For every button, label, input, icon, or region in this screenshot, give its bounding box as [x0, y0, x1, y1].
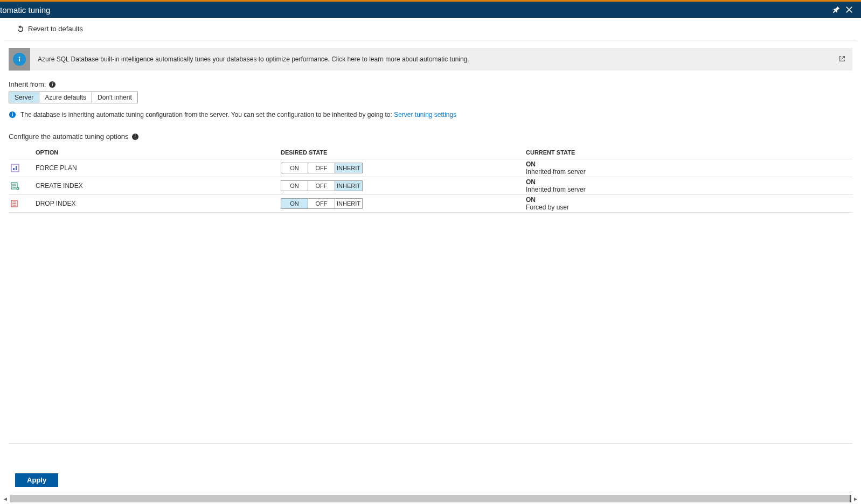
info-icon-box	[9, 48, 30, 71]
state-inherit-button[interactable]: INHERIT	[335, 181, 362, 191]
svg-point-3	[12, 113, 13, 114]
content-area: Azure SQL Database built-in intelligence…	[0, 40, 861, 213]
inherit-from-label-row: Inherit from: i	[9, 80, 852, 88]
state-inherit-button[interactable]: INHERIT	[335, 163, 362, 173]
info-small-icon	[9, 111, 16, 118]
state-off-button[interactable]: OFF	[308, 181, 335, 191]
svg-rect-5	[11, 164, 19, 172]
option-name: FORCE PLAN	[36, 164, 281, 172]
state-off-button[interactable]: OFF	[308, 163, 335, 173]
blade-header: tomatic tuning	[0, 2, 861, 18]
force-plan-icon	[9, 164, 36, 172]
current-state-value: ON	[526, 178, 852, 186]
current-state-detail: Inherited from server	[526, 168, 852, 176]
desired-state-control: ONOFFINHERIT	[281, 163, 526, 173]
desired-state-control: ONOFFINHERIT	[281, 198, 526, 209]
revert-defaults-button[interactable]: Revert to defaults	[13, 23, 86, 36]
info-banner[interactable]: Azure SQL Database built-in intelligence…	[9, 48, 852, 71]
server-tuning-settings-link[interactable]: Server tuning settings	[394, 111, 456, 118]
current-state-detail: Inherited from server	[526, 186, 852, 193]
option-row: CREATE INDEXONOFFINHERITONInherited from…	[9, 177, 852, 194]
inherit-note-text: The database is inheriting automatic tun…	[20, 111, 392, 118]
current-state-cell: ONForced by user	[526, 196, 852, 211]
state-inherit-button[interactable]: INHERIT	[335, 199, 362, 208]
configure-options-label-row: Configure the automatic tuning options i	[9, 132, 852, 141]
inherit-from-segmented: ServerAzure defaultsDon't inherit	[9, 92, 138, 103]
desired-state-control: ONOFFINHERIT	[281, 180, 526, 191]
column-header-current: CURRENT STATE	[526, 149, 852, 156]
state-on-button[interactable]: ON	[281, 163, 308, 173]
help-icon[interactable]: i	[132, 134, 138, 140]
external-link-icon[interactable]	[838, 55, 846, 64]
current-state-value: ON	[526, 160, 852, 168]
inherit-note: The database is inheriting automatic tun…	[9, 111, 852, 118]
create-index-icon	[9, 181, 36, 190]
inherit-from-label: Inherit from:	[9, 80, 46, 88]
svg-point-0	[19, 57, 20, 58]
close-icon[interactable]	[843, 3, 856, 16]
option-row: FORCE PLANONOFFINHERITONInherited from s…	[9, 159, 852, 177]
revert-defaults-label: Revert to defaults	[28, 25, 83, 33]
option-name: DROP INDEX	[36, 200, 281, 207]
inherit-option-azure-defaults[interactable]: Azure defaults	[39, 92, 92, 103]
state-off-button[interactable]: OFF	[308, 199, 335, 208]
inherit-option-server[interactable]: Server	[9, 92, 39, 103]
svg-rect-1	[19, 59, 20, 61]
info-banner-text: Azure SQL Database built-in intelligence…	[30, 55, 838, 63]
options-table-header: OPTION DESIRED STATE CURRENT STATE	[9, 146, 852, 159]
inherit-option-don-t-inherit[interactable]: Don't inherit	[92, 92, 137, 103]
current-state-value: ON	[526, 196, 852, 204]
current-state-cell: ONInherited from server	[526, 178, 852, 193]
pin-icon[interactable]	[830, 3, 843, 16]
options-table: OPTION DESIRED STATE CURRENT STATE FORCE…	[9, 146, 852, 213]
column-header-option: OPTION	[36, 149, 281, 156]
option-name: CREATE INDEX	[36, 182, 281, 190]
blade-title: tomatic tuning	[0, 5, 50, 15]
state-on-button[interactable]: ON	[281, 181, 308, 191]
current-state-cell: ONInherited from server	[526, 160, 852, 176]
state-on-button[interactable]: ON	[281, 199, 308, 208]
configure-options-label: Configure the automatic tuning options	[9, 132, 129, 141]
toolbar: Revert to defaults	[4, 18, 857, 40]
column-header-desired: DESIRED STATE	[281, 149, 526, 156]
info-icon	[13, 53, 26, 66]
svg-rect-4	[12, 114, 13, 116]
option-row: DROP INDEXONOFFINHERITONForced by user	[9, 194, 852, 213]
current-state-detail: Forced by user	[526, 204, 852, 211]
undo-icon	[16, 25, 25, 33]
help-icon[interactable]: i	[49, 81, 55, 88]
drop-index-icon	[9, 199, 36, 208]
